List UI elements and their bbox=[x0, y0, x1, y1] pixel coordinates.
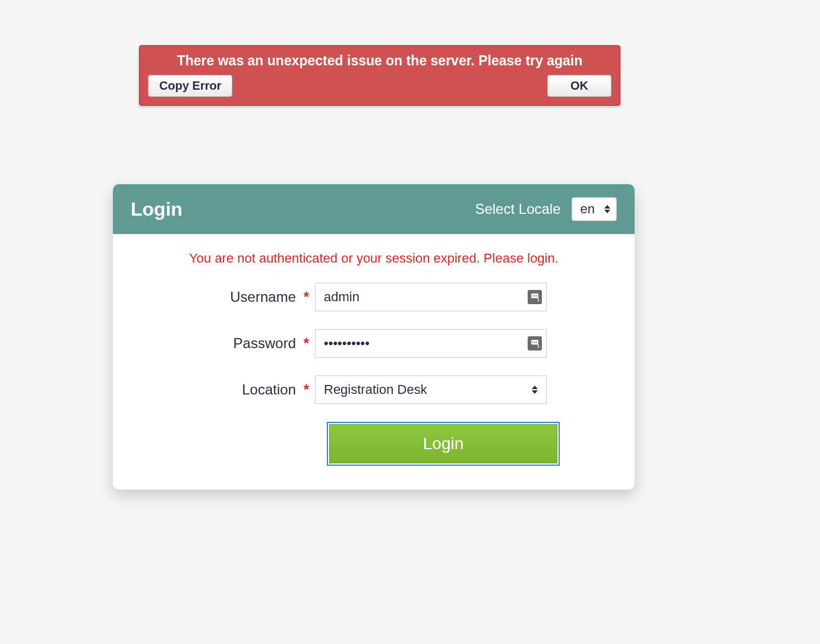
ok-button[interactable]: OK bbox=[547, 75, 611, 97]
password-manager-icon[interactable]: 1 bbox=[528, 290, 542, 304]
password-row: Password * 1 bbox=[131, 329, 617, 358]
required-asterisk: * bbox=[299, 289, 309, 305]
login-header: Login Select Locale en bbox=[113, 184, 635, 234]
svg-text:1: 1 bbox=[537, 344, 540, 348]
locale-group: Select Locale en bbox=[475, 197, 617, 221]
required-asterisk: * bbox=[299, 381, 309, 397]
svg-text:1: 1 bbox=[537, 298, 540, 302]
session-warning: You are not authenticated or your sessio… bbox=[131, 251, 617, 266]
location-select[interactable]: Registration Desk bbox=[315, 375, 547, 404]
password-label: Password * bbox=[131, 335, 315, 352]
svg-point-6 bbox=[532, 342, 534, 343]
svg-point-8 bbox=[536, 342, 537, 343]
username-input[interactable] bbox=[315, 283, 547, 311]
locale-value: en bbox=[581, 201, 595, 216]
error-banner: There was an unexpected issue on the ser… bbox=[139, 45, 620, 106]
select-arrows-icon bbox=[532, 386, 538, 394]
required-asterisk: * bbox=[299, 335, 309, 351]
error-message: There was an unexpected issue on the ser… bbox=[148, 53, 611, 69]
locale-select[interactable]: en bbox=[572, 197, 617, 221]
svg-point-2 bbox=[534, 295, 535, 296]
login-button[interactable]: Login bbox=[329, 424, 557, 463]
login-body: You are not authenticated or your sessio… bbox=[113, 234, 635, 490]
password-manager-icon[interactable]: 1 bbox=[528, 336, 542, 351]
location-value: Registration Desk bbox=[324, 382, 427, 397]
login-button-focus-ring: Login bbox=[327, 422, 560, 466]
select-arrows-icon bbox=[604, 205, 610, 213]
username-row: Username * 1 bbox=[131, 283, 617, 311]
location-label: Location * bbox=[131, 381, 315, 398]
copy-error-button[interactable]: Copy Error bbox=[148, 75, 232, 97]
login-title: Login bbox=[131, 198, 182, 220]
svg-point-3 bbox=[536, 295, 537, 296]
location-row: Location * Registration Desk bbox=[131, 375, 617, 404]
error-button-row: Copy Error OK bbox=[148, 75, 611, 97]
svg-point-7 bbox=[534, 342, 535, 343]
svg-point-1 bbox=[532, 295, 534, 296]
login-card: Login Select Locale en You are not authe… bbox=[113, 184, 635, 490]
password-input[interactable] bbox=[315, 329, 547, 358]
submit-row: Login bbox=[131, 422, 617, 466]
locale-label: Select Locale bbox=[475, 201, 560, 217]
username-label: Username * bbox=[131, 289, 315, 305]
